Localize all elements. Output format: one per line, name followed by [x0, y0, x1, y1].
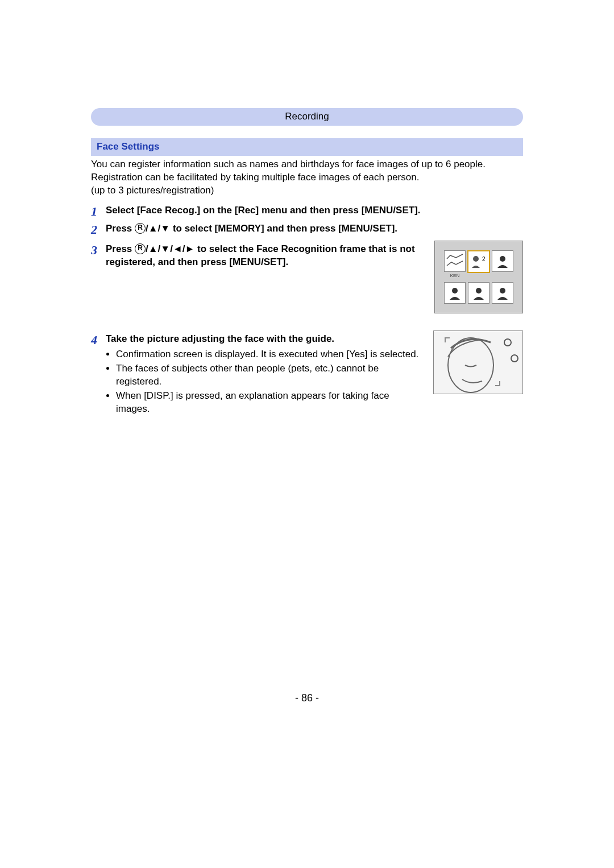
step-4-bullet-3: When [DISP.] is pressed, an explanation …: [116, 390, 422, 416]
step-4-text: Take the picture adjusting the face with…: [106, 333, 334, 344]
step-3-arrows: ▲/▼/◄/►: [148, 243, 194, 254]
step-3-text: Press R/▲/▼/◄/► to select the Face Recog…: [106, 243, 423, 269]
svg-point-6: [500, 288, 505, 294]
document-page: Recording Face Settings You can register…: [0, 0, 614, 739]
person-silhouette-icon: [496, 254, 509, 268]
step-4-bullet-2: The faces of subjects other than people …: [116, 362, 422, 388]
circled-r-icon: R: [135, 223, 146, 234]
step-3-row: 3 Press R/▲/▼/◄/► to select the Face Rec…: [91, 241, 523, 314]
svg-point-1: [473, 256, 479, 262]
registered-face-thumb: [444, 250, 466, 272]
step-4: 4 Take the picture adjusting the face wi…: [91, 333, 422, 417]
step-4-bullet-1: Confirmation screen is displayed. It is …: [116, 348, 422, 361]
face-guide-illustration: [433, 330, 523, 394]
step-2: 2 Press R/▲/▼ to select [MEMORY] and the…: [91, 222, 523, 236]
new-person-icon: 2: [469, 252, 488, 271]
face-guide-sketch-icon: [434, 331, 522, 394]
step-1: 1 Select [Face Recog.] on the [Rec] menu…: [91, 204, 523, 218]
step-number: 1: [91, 204, 106, 218]
circled-r-icon: R: [135, 243, 146, 254]
face-thumb-label: KEN: [450, 273, 459, 279]
svg-point-5: [476, 288, 482, 294]
face-recog-grid-illustration: KEN 2: [434, 241, 523, 314]
empty-face-slot: [468, 282, 489, 304]
step-3-prefix: Press: [106, 243, 135, 254]
header-category-tab: Recording: [91, 108, 523, 126]
svg-text:2: 2: [482, 256, 486, 262]
step-2-text: Press R/▲/▼ to select [MEMORY] and then …: [106, 222, 523, 235]
step-number: 2: [91, 222, 106, 236]
step-number: 3: [91, 243, 106, 257]
step-2-suffix: to select [MEMORY] and then press [MENU/…: [170, 223, 397, 234]
step-1-text: Select [Face Recog.] on the [Rec] menu a…: [106, 204, 523, 217]
empty-face-slot: [492, 250, 513, 272]
step-4-bullets: Confirmation screen is displayed. It is …: [106, 348, 422, 416]
person-silhouette-icon: [472, 286, 486, 300]
step-3: 3 Press R/▲/▼/◄/► to select the Face Rec…: [91, 243, 423, 269]
empty-face-slot: [492, 282, 513, 304]
page-number: - 86 -: [91, 691, 523, 705]
step-2-prefix: Press: [106, 223, 135, 234]
section-title-bar: Face Settings: [91, 138, 523, 156]
step-number: 4: [91, 333, 106, 346]
svg-point-3: [500, 256, 505, 262]
person-silhouette-icon: [448, 286, 462, 300]
new-face-slot-highlighted: 2: [467, 250, 490, 273]
svg-point-4: [452, 288, 458, 294]
person-silhouette-icon: [496, 286, 509, 300]
intro-line-2: Registration can be facilitated by takin…: [91, 171, 523, 184]
intro-block: You can register information such as nam…: [91, 158, 523, 197]
intro-line-3: (up to 3 pictures/registration): [91, 184, 523, 197]
intro-line-1: You can register information such as nam…: [91, 158, 523, 171]
empty-face-slot: [444, 282, 466, 304]
step-2-arrows: ▲/▼: [148, 223, 170, 234]
step-4-row: 4 Take the picture adjusting the face wi…: [91, 330, 523, 418]
face-sketch-icon: [446, 252, 464, 270]
